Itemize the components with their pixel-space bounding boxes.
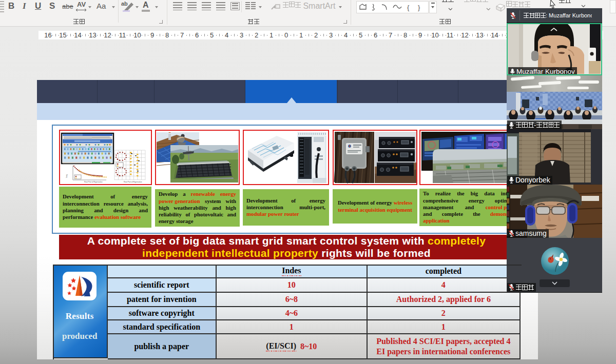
svg-text:}: } [418,4,420,11]
svg-text:{: { [407,4,410,11]
svg-text:Real Part of Eigenvalue: Real Part of Eigenvalue [124,181,142,183]
svg-text:Real Part of Eigenvalue: Real Part of Eigenvalue [84,181,103,183]
svg-text:ab: ab [121,1,128,7]
svg-text:Imag: Imag [66,174,68,178]
